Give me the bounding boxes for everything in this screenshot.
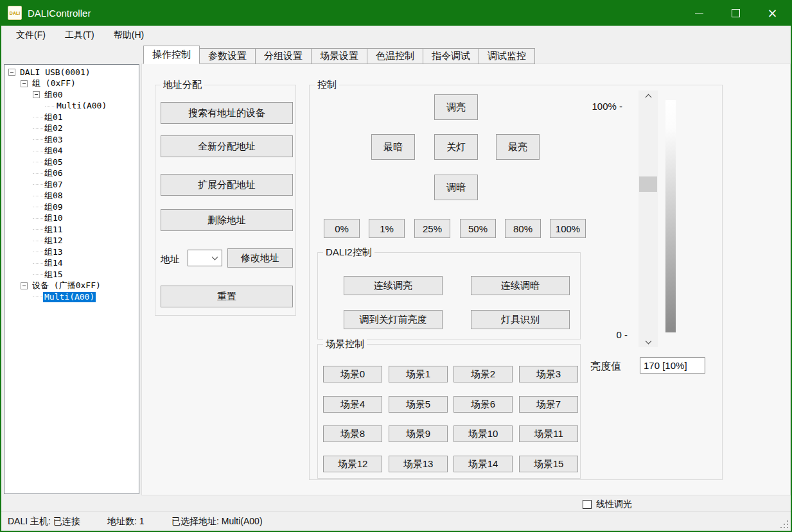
dali2-button-3[interactable]: 灯具识别 (471, 310, 570, 329)
tree-item-18[interactable]: 组15 (4, 269, 139, 280)
minimize-button[interactable] (681, 0, 717, 26)
tree-item-label: 组00 (43, 90, 64, 100)
reset-button[interactable]: 重置 (161, 286, 293, 307)
scene-button-4[interactable]: 场景4 (323, 396, 382, 413)
tab-0[interactable]: 操作控制 (143, 46, 200, 64)
tree-expander-icon[interactable] (21, 80, 28, 87)
tree-item-20[interactable]: Multi(A00) (4, 291, 139, 303)
tab-5[interactable]: 指令调试 (423, 48, 479, 64)
tree-item-14[interactable]: 组11 (4, 224, 139, 236)
scene-button-13[interactable]: 场景13 (389, 456, 448, 472)
brightness-value-field[interactable]: 170 [10%] (640, 357, 705, 373)
close-button[interactable]: × (754, 0, 791, 26)
menu-item-0[interactable]: 文件(F) (6, 26, 55, 45)
address-button-0[interactable]: 搜索有地址的设备 (161, 102, 293, 124)
tab-3[interactable]: 场景设置 (311, 48, 367, 64)
scene-button-6[interactable]: 场景6 (453, 396, 513, 413)
dali2-button-0[interactable]: 连续调亮 (344, 276, 443, 295)
device-tree[interactable]: DALI USB(0001)组 (0xFF)组00Multi(A00)组01组0… (4, 64, 139, 494)
scene-button-10[interactable]: 场景10 (453, 425, 513, 442)
scene-button-15[interactable]: 场景15 (519, 456, 578, 472)
linear-dimming-checkbox[interactable] (583, 500, 592, 509)
min-button[interactable]: 最暗 (371, 134, 415, 160)
linear-dimming-row: 线性调光 (583, 499, 632, 510)
tree-item-0[interactable]: DALI USB(0001) (4, 67, 139, 78)
tree-item-12[interactable]: 组09 (4, 202, 139, 213)
scene-button-9[interactable]: 场景9 (389, 425, 448, 442)
tree-item-5[interactable]: 组02 (4, 123, 139, 135)
tree-item-9[interactable]: 组06 (4, 168, 139, 180)
tree-expander-icon[interactable] (21, 282, 28, 289)
address-group-title: 地址分配 (161, 79, 204, 91)
modify-address-button[interactable]: 修改地址 (227, 248, 293, 268)
tree-item-6[interactable]: 组03 (4, 134, 139, 146)
tree-item-19[interactable]: 设备 (广播0xFF) (4, 280, 139, 292)
tree-item-15[interactable]: 组12 (4, 236, 139, 247)
status-bar: DALI 主机: 已连接地址数: 1已选择地址: Multi(A00) (1, 511, 791, 531)
tree-connector (33, 207, 43, 207)
address-label: 地址 (161, 253, 180, 266)
percent-button-3[interactable]: 50% (460, 219, 496, 238)
tree-connector (33, 173, 43, 174)
scroll-down-button[interactable] (638, 336, 658, 347)
address-assignment-group: 地址分配 搜索有地址的设备全新分配地址扩展分配地址删除地址 地址 修改地址 重置 (155, 85, 296, 316)
max-button[interactable]: 最亮 (496, 134, 540, 160)
percent-button-5[interactable]: 100% (550, 219, 586, 238)
maximize-button[interactable] (717, 0, 754, 26)
address-button-1[interactable]: 全新分配地址 (161, 135, 293, 157)
menu-item-2[interactable]: 帮助(H) (104, 26, 154, 45)
percent-button-4[interactable]: 80% (505, 219, 541, 238)
app-window: DALI DALIController × 文件(F)工具(T)帮助(H) DA… (0, 0, 792, 532)
control-group-title: 控制 (315, 79, 339, 91)
scene-button-8[interactable]: 场景8 (323, 425, 382, 442)
status-item-1: 地址数: 1 (107, 516, 145, 528)
scene-button-2[interactable]: 场景2 (453, 366, 513, 382)
scroll-up-button[interactable] (638, 90, 658, 101)
scrollbar-thumb[interactable] (639, 176, 657, 192)
scene-button-3[interactable]: 场景3 (519, 366, 578, 382)
tree-connector (33, 252, 43, 252)
brightness-scrollbar[interactable] (638, 90, 658, 347)
dali2-button-2[interactable]: 调到关灯前亮度 (344, 310, 443, 329)
scene-button-14[interactable]: 场景14 (453, 456, 513, 472)
tree-item-11[interactable]: 组08 (4, 191, 139, 202)
percent-button-2[interactable]: 25% (414, 219, 450, 238)
dali2-button-1[interactable]: 连续调暗 (471, 276, 570, 295)
tree-item-10[interactable]: 组07 (4, 179, 139, 191)
tree-item-13[interactable]: 组10 (4, 213, 139, 225)
tab-1[interactable]: 参数设置 (199, 48, 256, 64)
tree-item-1[interactable]: 组 (0xFF) (4, 78, 139, 90)
percent-button-1[interactable]: 1% (369, 219, 405, 238)
resize-grip-icon[interactable] (779, 519, 788, 528)
tree-item-7[interactable]: 组04 (4, 146, 139, 157)
window-controls: × (681, 0, 791, 26)
address-combobox[interactable] (188, 250, 222, 266)
light-off-button[interactable]: 关灯 (434, 134, 478, 160)
tree-connector (33, 128, 43, 129)
tree-expander-icon[interactable] (33, 91, 40, 98)
scene-button-12[interactable]: 场景12 (323, 456, 382, 472)
tab-2[interactable]: 分组设置 (255, 48, 312, 64)
tab-4[interactable]: 色温控制 (367, 48, 423, 64)
scene-button-11[interactable]: 场景11 (519, 425, 578, 442)
tab-6[interactable]: 调试监控 (479, 48, 535, 64)
scene-button-7[interactable]: 场景7 (519, 396, 578, 413)
tree-expander-icon[interactable] (8, 69, 15, 76)
address-button-2[interactable]: 扩展分配地址 (161, 174, 293, 196)
tree-item-label: 组01 (43, 112, 64, 123)
tree-connector (33, 162, 43, 162)
menu-item-1[interactable]: 工具(T) (55, 26, 104, 45)
tree-item-3[interactable]: Multi(A00) (4, 101, 139, 112)
dim-down-button[interactable]: 调暗 (434, 175, 478, 200)
scene-button-1[interactable]: 场景1 (389, 366, 448, 382)
scene-button-0[interactable]: 场景0 (323, 366, 382, 382)
dim-up-button[interactable]: 调亮 (434, 94, 478, 120)
tree-item-2[interactable]: 组00 (4, 89, 139, 101)
scene-button-5[interactable]: 场景5 (389, 396, 448, 413)
address-button-3[interactable]: 删除地址 (161, 209, 293, 231)
tree-item-17[interactable]: 组14 (4, 258, 139, 270)
tree-item-8[interactable]: 组05 (4, 157, 139, 168)
tree-item-4[interactable]: 组01 (4, 112, 139, 123)
tree-item-16[interactable]: 组13 (4, 246, 139, 258)
percent-button-0[interactable]: 0% (324, 219, 360, 238)
